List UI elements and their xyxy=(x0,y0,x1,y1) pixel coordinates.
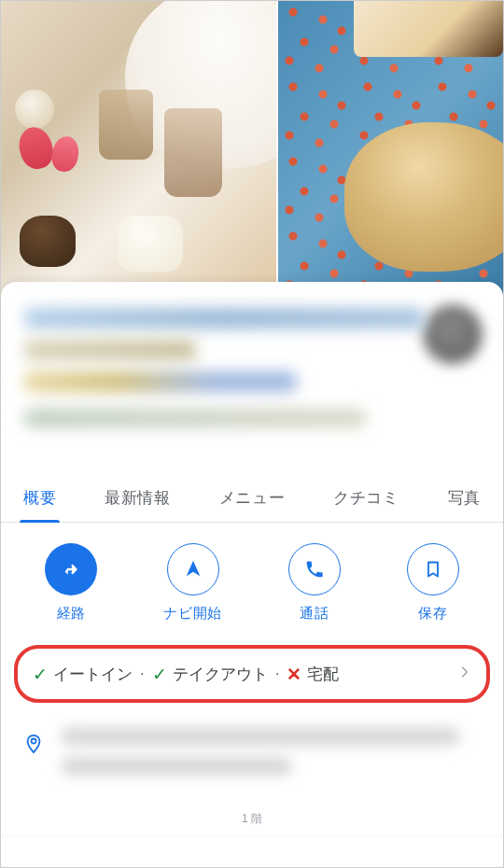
phone-icon xyxy=(288,543,341,595)
place-info-blurred xyxy=(1,299,503,465)
tab-label: クチコミ xyxy=(333,489,399,507)
tab-label: メニュー xyxy=(219,489,286,507)
tab-label: 写真 xyxy=(448,489,481,507)
action-label: ナビ開始 xyxy=(163,605,221,623)
place-thumbnail-blurred xyxy=(423,304,483,364)
save-button[interactable]: 保存 xyxy=(407,543,459,623)
place-panel: 概要 最新情報 メニュー クチコミ 写真 経路 ナビ開始 xyxy=(1,282,503,834)
chevron-right-icon xyxy=(458,662,471,686)
cross-icon: ✕ xyxy=(287,665,301,683)
separator: · xyxy=(275,665,280,683)
header-photo-right[interactable] xyxy=(278,1,503,295)
header-photo-left[interactable] xyxy=(1,1,276,295)
location-pin-icon xyxy=(23,731,44,761)
directions-icon xyxy=(45,543,97,595)
start-navigation-button[interactable]: ナビ開始 xyxy=(163,543,221,623)
header-photo-collage[interactable] xyxy=(1,1,503,295)
floor-note: 1 階 xyxy=(1,811,503,834)
action-label: 保存 xyxy=(418,605,447,623)
bookmark-icon xyxy=(407,543,459,595)
directions-button[interactable]: 経路 xyxy=(45,543,97,623)
address-blurred xyxy=(61,727,481,787)
address-row[interactable] xyxy=(1,703,503,811)
tab-bar: 概要 最新情報 メニュー クチコミ 写真 xyxy=(1,474,503,523)
action-label: 経路 xyxy=(57,605,86,623)
service-takeout: テイクアウト xyxy=(173,664,268,685)
tab-label: 概要 xyxy=(23,489,56,507)
tab-label: 最新情報 xyxy=(105,489,171,507)
service-eat-in: イートイン xyxy=(53,664,133,685)
call-button[interactable]: 通話 xyxy=(288,543,341,623)
action-button-row: 経路 ナビ開始 通話 保存 xyxy=(1,523,503,645)
service-options-row[interactable]: ✓ イートイン · ✓ テイクアウト · ✕ 宅配 xyxy=(14,645,490,703)
tab-reviews[interactable]: クチコミ xyxy=(329,474,403,522)
tab-photos[interactable]: 写真 xyxy=(444,474,484,522)
separator: · xyxy=(140,665,145,683)
tab-menu[interactable]: メニュー xyxy=(216,474,289,522)
service-delivery: 宅配 xyxy=(307,664,339,685)
service-options-text: ✓ イートイン · ✓ テイクアウト · ✕ 宅配 xyxy=(33,664,339,685)
check-icon: ✓ xyxy=(33,665,48,683)
tab-overview[interactable]: 概要 xyxy=(20,474,60,522)
navigation-icon xyxy=(167,543,219,595)
tab-updates[interactable]: 最新情報 xyxy=(101,474,175,522)
check-icon: ✓ xyxy=(152,665,167,683)
action-label: 通話 xyxy=(300,605,329,623)
